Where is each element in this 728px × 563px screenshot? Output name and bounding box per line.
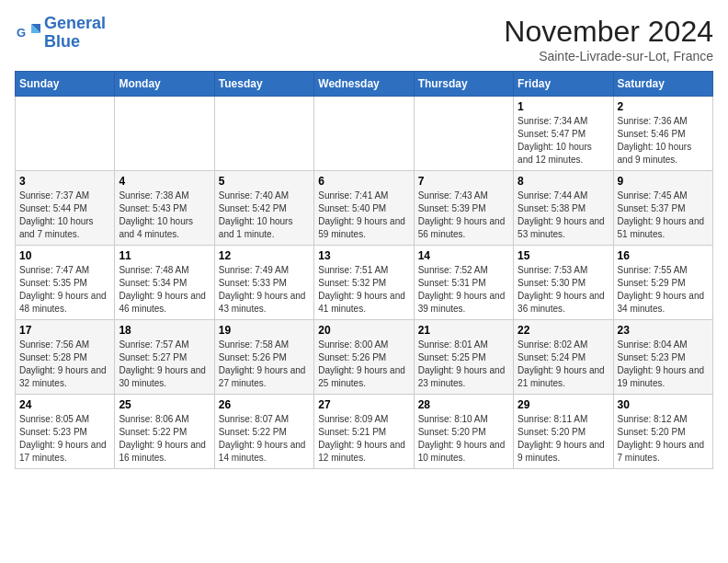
day-number: 5 (219, 175, 310, 188)
day-cell: 25Sunrise: 8:06 AM Sunset: 5:22 PM Dayli… (115, 395, 214, 469)
day-cell: 29Sunrise: 8:11 AM Sunset: 5:20 PM Dayli… (514, 395, 613, 469)
day-cell: 5Sunrise: 7:40 AM Sunset: 5:42 PM Daylig… (214, 171, 313, 246)
logo: G General Blue (15, 15, 106, 52)
day-cell: 21Sunrise: 8:01 AM Sunset: 5:25 PM Dayli… (414, 320, 513, 395)
day-number: 3 (19, 175, 110, 188)
day-cell: 30Sunrise: 8:12 AM Sunset: 5:20 PM Dayli… (613, 395, 712, 469)
week-row-5: 24Sunrise: 8:05 AM Sunset: 5:23 PM Dayli… (16, 395, 713, 469)
day-info: Sunrise: 7:38 AM Sunset: 5:43 PM Dayligh… (119, 190, 210, 241)
day-info: Sunrise: 7:45 AM Sunset: 5:37 PM Dayligh… (618, 190, 709, 241)
day-cell: 27Sunrise: 8:09 AM Sunset: 5:21 PM Dayli… (314, 395, 414, 469)
day-cell: 18Sunrise: 7:57 AM Sunset: 5:27 PM Dayli… (115, 320, 214, 395)
day-number: 15 (518, 249, 609, 262)
day-info: Sunrise: 7:36 AM Sunset: 5:46 PM Dayligh… (618, 115, 709, 167)
logo-text: General Blue (44, 15, 106, 52)
day-info: Sunrise: 8:02 AM Sunset: 5:24 PM Dayligh… (518, 339, 609, 390)
day-info: Sunrise: 7:37 AM Sunset: 5:44 PM Dayligh… (19, 190, 110, 241)
day-info: Sunrise: 7:44 AM Sunset: 5:38 PM Dayligh… (518, 190, 609, 241)
day-cell: 24Sunrise: 8:05 AM Sunset: 5:23 PM Dayli… (16, 395, 115, 469)
day-number: 27 (318, 398, 409, 411)
day-cell: 14Sunrise: 7:52 AM Sunset: 5:31 PM Dayli… (414, 246, 513, 320)
week-row-3: 10Sunrise: 7:47 AM Sunset: 5:35 PM Dayli… (16, 246, 713, 320)
calendar-table: SundayMondayTuesdayWednesdayThursdayFrid… (15, 71, 713, 469)
day-cell: 11Sunrise: 7:48 AM Sunset: 5:34 PM Dayli… (115, 246, 214, 320)
col-header-sunday: Sunday (16, 72, 115, 97)
day-number: 9 (618, 175, 709, 188)
day-number: 8 (518, 175, 609, 188)
day-number: 2 (618, 100, 709, 113)
day-info: Sunrise: 7:53 AM Sunset: 5:30 PM Dayligh… (518, 264, 609, 316)
day-number: 21 (418, 324, 509, 337)
day-cell: 26Sunrise: 8:07 AM Sunset: 5:22 PM Dayli… (214, 395, 313, 469)
day-cell: 4Sunrise: 7:38 AM Sunset: 5:43 PM Daylig… (115, 171, 214, 246)
day-cell: 2Sunrise: 7:36 AM Sunset: 5:46 PM Daylig… (613, 97, 712, 171)
day-number: 4 (119, 175, 210, 188)
day-number: 12 (219, 249, 310, 262)
col-header-friday: Friday (514, 72, 613, 97)
day-cell: 1Sunrise: 7:34 AM Sunset: 5:47 PM Daylig… (514, 97, 613, 171)
day-number: 6 (318, 175, 409, 188)
day-cell: 10Sunrise: 7:47 AM Sunset: 5:35 PM Dayli… (16, 246, 115, 320)
col-header-monday: Monday (115, 72, 214, 97)
day-number: 10 (19, 249, 110, 262)
col-header-wednesday: Wednesday (314, 72, 414, 97)
day-number: 16 (618, 249, 709, 262)
col-header-tuesday: Tuesday (214, 72, 313, 97)
week-row-2: 3Sunrise: 7:37 AM Sunset: 5:44 PM Daylig… (16, 171, 713, 246)
svg-text:G: G (17, 26, 26, 40)
day-cell: 12Sunrise: 7:49 AM Sunset: 5:33 PM Dayli… (214, 246, 313, 320)
day-number: 29 (518, 398, 609, 411)
day-cell: 15Sunrise: 7:53 AM Sunset: 5:30 PM Dayli… (514, 246, 613, 320)
day-cell: 6Sunrise: 7:41 AM Sunset: 5:40 PM Daylig… (314, 171, 414, 246)
day-cell: 8Sunrise: 7:44 AM Sunset: 5:38 PM Daylig… (514, 171, 613, 246)
day-info: Sunrise: 7:52 AM Sunset: 5:31 PM Dayligh… (418, 264, 509, 316)
day-number: 13 (318, 249, 409, 262)
day-info: Sunrise: 7:55 AM Sunset: 5:29 PM Dayligh… (618, 264, 709, 316)
header-row: SundayMondayTuesdayWednesdayThursdayFrid… (16, 72, 713, 97)
logo-line2: Blue (44, 32, 80, 51)
day-number: 24 (19, 398, 110, 411)
col-header-saturday: Saturday (613, 72, 712, 97)
day-cell: 7Sunrise: 7:43 AM Sunset: 5:39 PM Daylig… (414, 171, 513, 246)
day-number: 11 (119, 249, 210, 262)
day-cell: 20Sunrise: 8:00 AM Sunset: 5:26 PM Dayli… (314, 320, 414, 395)
day-cell (314, 97, 414, 171)
day-number: 17 (19, 324, 110, 337)
day-cell (115, 97, 214, 171)
day-info: Sunrise: 7:57 AM Sunset: 5:27 PM Dayligh… (119, 339, 210, 390)
day-info: Sunrise: 7:43 AM Sunset: 5:39 PM Dayligh… (418, 190, 509, 241)
day-number: 7 (418, 175, 509, 188)
day-info: Sunrise: 8:00 AM Sunset: 5:26 PM Dayligh… (318, 339, 409, 390)
day-cell (214, 97, 313, 171)
day-number: 14 (418, 249, 509, 262)
day-info: Sunrise: 8:09 AM Sunset: 5:21 PM Dayligh… (318, 413, 409, 465)
logo-line1: General (44, 14, 106, 32)
day-info: Sunrise: 7:40 AM Sunset: 5:42 PM Dayligh… (219, 190, 310, 241)
col-header-thursday: Thursday (414, 72, 513, 97)
day-cell: 17Sunrise: 7:56 AM Sunset: 5:28 PM Dayli… (16, 320, 115, 395)
day-number: 20 (318, 324, 409, 337)
day-info: Sunrise: 7:49 AM Sunset: 5:33 PM Dayligh… (219, 264, 310, 316)
day-cell: 28Sunrise: 8:10 AM Sunset: 5:20 PM Dayli… (414, 395, 513, 469)
day-info: Sunrise: 8:07 AM Sunset: 5:22 PM Dayligh… (219, 413, 310, 465)
day-info: Sunrise: 7:48 AM Sunset: 5:34 PM Dayligh… (119, 264, 210, 316)
day-info: Sunrise: 7:47 AM Sunset: 5:35 PM Dayligh… (19, 264, 110, 316)
day-cell: 19Sunrise: 7:58 AM Sunset: 5:26 PM Dayli… (214, 320, 313, 395)
day-cell: 13Sunrise: 7:51 AM Sunset: 5:32 PM Dayli… (314, 246, 414, 320)
day-info: Sunrise: 8:12 AM Sunset: 5:20 PM Dayligh… (618, 413, 709, 465)
day-info: Sunrise: 8:10 AM Sunset: 5:20 PM Dayligh… (418, 413, 509, 465)
logo-icon: G (15, 20, 40, 46)
day-cell: 22Sunrise: 8:02 AM Sunset: 5:24 PM Dayli… (514, 320, 613, 395)
day-cell (414, 97, 513, 171)
day-number: 26 (219, 398, 310, 411)
location-subtitle: Sainte-Livrade-sur-Lot, France (504, 49, 713, 63)
day-info: Sunrise: 7:41 AM Sunset: 5:40 PM Dayligh… (318, 190, 409, 241)
day-number: 23 (618, 324, 709, 337)
month-title: November 2024 (504, 15, 713, 49)
day-info: Sunrise: 8:05 AM Sunset: 5:23 PM Dayligh… (19, 413, 110, 465)
page-header: G General Blue November 2024 Sainte-Livr… (15, 15, 713, 63)
day-number: 25 (119, 398, 210, 411)
day-number: 28 (418, 398, 509, 411)
day-cell (16, 97, 115, 171)
day-number: 1 (518, 100, 609, 113)
